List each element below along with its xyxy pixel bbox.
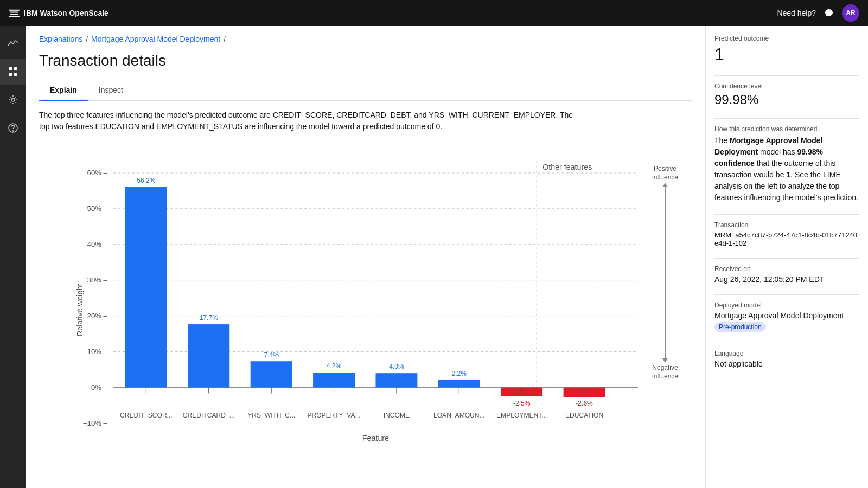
divider-3 [714, 214, 859, 215]
predicted-outcome-section: Predicted outcome 1 [714, 35, 859, 65]
brand-name: IBM Watson OpenScale [24, 9, 108, 17]
divider-6 [714, 343, 859, 343]
svg-text:0% –: 0% – [91, 383, 108, 391]
transaction-label: Transaction [714, 221, 859, 229]
right-panel: Predicted outcome 1 Confidence level 99.… [705, 26, 868, 488]
help-label[interactable]: Need help? [777, 9, 816, 17]
received-on-section: Received on Aug 26, 2022, 12:05:20 PM ED… [714, 265, 859, 284]
divider-2 [714, 118, 859, 119]
transaction-value: MRM_a54c7c87-b724-47d1-8c4b-01b771240e4d… [714, 231, 859, 247]
confidence-section: Confidence level 99.98% [714, 82, 859, 107]
bar-income [375, 373, 417, 387]
language-label: Language [714, 350, 859, 357]
svg-text:60% –: 60% – [87, 169, 108, 177]
svg-text:4.0%: 4.0% [389, 363, 404, 370]
chat-icon[interactable] [825, 9, 833, 17]
main-content: Explanations / Mortgage Approval Model D… [26, 26, 705, 488]
svg-text:30% –: 30% – [87, 276, 108, 284]
svg-rect-5 [14, 67, 17, 70]
bar-chart: Other features 60% – 50% – 40% – 30% – 2… [72, 143, 638, 465]
topbar: IBM Watson OpenScale Need help? AR [0, 0, 868, 26]
svg-text:-2.5%: -2.5% [513, 400, 531, 407]
svg-text:17.7%: 17.7% [200, 314, 219, 322]
sidebar [0, 26, 26, 488]
deployed-model-value: Mortgage Approval Model Deployment [714, 311, 859, 320]
svg-text:Other features: Other features [542, 163, 592, 171]
arrow-line [665, 186, 666, 359]
how-determined-section: How this prediction was determined The M… [714, 125, 859, 203]
influence-arrow-container: Positiveinfluence Negativeinfluence [638, 143, 692, 488]
chart-container: Other features 60% – 50% – 40% – 30% – 2… [39, 143, 692, 488]
topbar-right-area: Need help? AR [777, 4, 859, 22]
svg-text:4.2%: 4.2% [327, 362, 342, 370]
tab-explain[interactable]: Explain [39, 80, 88, 101]
svg-text:-2.6%: -2.6% [576, 400, 593, 407]
svg-text:Feature: Feature [362, 434, 389, 442]
svg-text:LOAN_AMOUN...: LOAN_AMOUN... [433, 412, 485, 419]
confidence-value: 99.98% [714, 92, 859, 107]
language-section: Language Not applicable [714, 350, 859, 368]
svg-rect-4 [9, 67, 12, 70]
svg-text:PROPERTY_VA...: PROPERTY_VA... [307, 412, 360, 419]
received-on-value: Aug 26, 2022, 12:05:20 PM EDT [714, 275, 859, 284]
svg-rect-2 [10, 14, 18, 15]
breadcrumb-sep-2: / [224, 35, 226, 43]
deployed-model-label: Deployed model [714, 301, 859, 309]
help-icon [8, 123, 18, 133]
tabs: Explain Inspect [39, 80, 692, 101]
bar-credit-score [125, 187, 167, 387]
settings-icon [8, 94, 18, 105]
bar-yrs-with [251, 361, 292, 387]
divider-4 [714, 258, 859, 259]
sidebar-item-monitor[interactable] [0, 30, 26, 56]
topbar-brand-area: IBM Watson OpenScale [9, 8, 108, 18]
sidebar-item-help[interactable] [0, 115, 26, 141]
how-determined-text: The Mortgage Approval Model Deployment m… [714, 135, 859, 203]
bar-property [313, 373, 355, 387]
predicted-outcome-value: 1 [714, 44, 859, 65]
svg-text:2.2%: 2.2% [452, 370, 467, 377]
breadcrumb-explanations[interactable]: Explanations [39, 35, 82, 43]
svg-text:YRS_WITH_C...: YRS_WITH_C... [247, 412, 295, 419]
svg-text:7.4%: 7.4% [264, 351, 279, 359]
svg-text:20% –: 20% – [87, 312, 108, 320]
confidence-label: Confidence level [714, 82, 859, 90]
tab-inspect[interactable]: Inspect [88, 80, 134, 101]
avatar[interactable]: AR [842, 4, 859, 22]
breadcrumb-deployment[interactable]: Mortgage Approval Model Deployment [91, 35, 220, 43]
svg-text:50% –: 50% – [87, 204, 108, 213]
grid-icon [8, 66, 18, 77]
sidebar-item-grid[interactable] [0, 59, 26, 85]
svg-text:56.2%: 56.2% [137, 177, 156, 184]
ibm-logo-icon [9, 8, 20, 18]
svg-text:EDUCATION: EDUCATION [565, 412, 603, 419]
deployed-model-section: Deployed model Mortgage Approval Model D… [714, 301, 859, 332]
bar-creditcard-debt [188, 324, 229, 387]
chart-wrapper: Other features 60% – 50% – 40% – 30% – 2… [39, 143, 638, 488]
svg-text:CREDIT_SCOR...: CREDIT_SCOR... [120, 412, 173, 419]
svg-text:–10% –: –10% – [83, 419, 107, 427]
breadcrumb: Explanations / Mortgage Approval Model D… [39, 35, 692, 43]
svg-text:10% –: 10% – [87, 348, 108, 356]
negative-influence-label: Negativeinfluence [652, 364, 678, 381]
svg-text:EMPLOYMENT...: EMPLOYMENT... [496, 412, 547, 419]
bar-loan [438, 380, 480, 387]
received-on-label: Received on [714, 265, 859, 273]
positive-influence-label: Positiveinfluence [652, 165, 678, 182]
svg-point-10 [13, 131, 14, 131]
svg-rect-0 [9, 10, 20, 11]
divider-1 [714, 75, 859, 76]
svg-text:INCOME: INCOME [384, 412, 410, 419]
how-determined-label: How this prediction was determined [714, 125, 859, 133]
sidebar-item-settings[interactable] [0, 87, 26, 113]
svg-rect-3 [9, 16, 20, 17]
svg-text:Relative weight: Relative weight [75, 284, 84, 336]
svg-point-8 [11, 98, 15, 101]
deployed-model-badge: Pre-production [714, 322, 766, 332]
svg-text:CREDITCARD_...: CREDITCARD_... [183, 412, 235, 419]
svg-rect-7 [14, 73, 17, 76]
predicted-outcome-label: Predicted outcome [714, 35, 859, 42]
svg-text:40% –: 40% – [87, 240, 108, 248]
description-text: The top three features influencing the m… [39, 110, 582, 132]
divider-5 [714, 294, 859, 295]
